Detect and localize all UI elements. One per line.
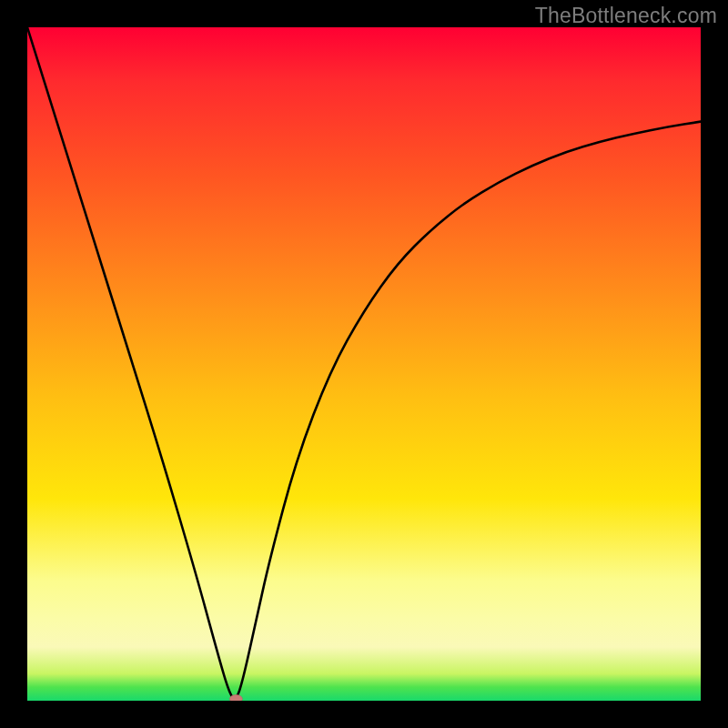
bottleneck-curve <box>27 27 701 698</box>
minimum-marker <box>229 695 242 702</box>
plot-area <box>27 27 701 701</box>
chart-frame: TheBottleneck.com <box>0 0 728 728</box>
watermark-text: TheBottleneck.com <box>535 4 717 28</box>
curve-layer <box>27 27 701 701</box>
